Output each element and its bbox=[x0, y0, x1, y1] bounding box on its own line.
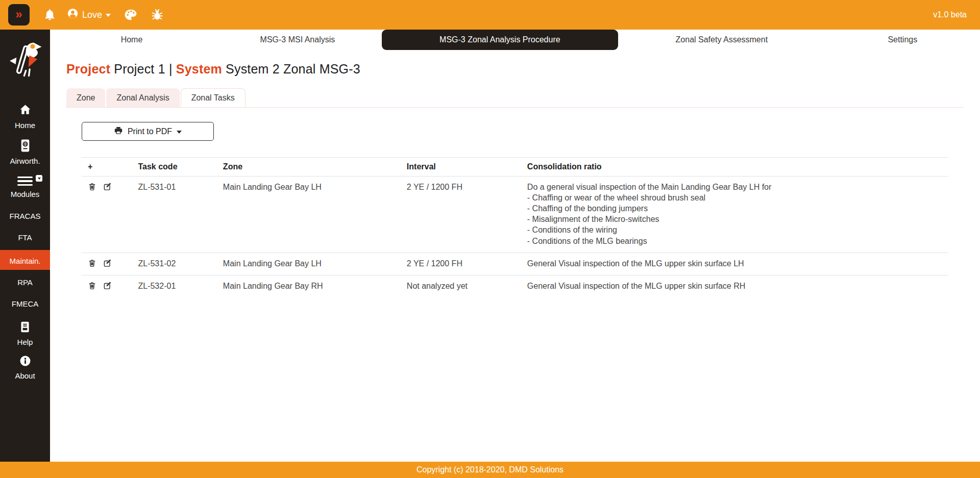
sidebar-item-label: Airworth. bbox=[10, 157, 40, 165]
cell-task-code: ZL-532-01 bbox=[132, 275, 216, 297]
sidebar-item-label: RPA bbox=[17, 278, 33, 287]
system-name: System 2 Zonal MSG-3 bbox=[226, 62, 360, 76]
subtabs: Zone Zonal Analysis Zonal Tasks bbox=[66, 88, 964, 108]
cell-task-code: ZL-531-01 bbox=[132, 177, 216, 253]
topbar: » Love v1.0 beta bbox=[0, 0, 980, 30]
modules-hamburger-icon bbox=[17, 174, 33, 188]
cell-consolidation-ratio: General Visual inspection of the MLG upp… bbox=[521, 253, 948, 275]
nav-tab-home[interactable]: Home bbox=[50, 30, 213, 50]
title-divider: | bbox=[169, 62, 173, 76]
airworthiness-passport-icon bbox=[19, 139, 32, 155]
sidebar-item-home[interactable]: Home bbox=[0, 103, 50, 130]
table-header-row: + Task code Zone Interval Consolidation … bbox=[82, 158, 948, 177]
sidebar-item-label: About bbox=[15, 371, 35, 380]
user-circle-icon bbox=[67, 8, 79, 22]
column-header-interval: Interval bbox=[401, 158, 521, 177]
notifications-bell-icon[interactable] bbox=[43, 8, 57, 22]
nav-tab-settings[interactable]: Settings bbox=[825, 30, 980, 50]
cell-zone: Main Landing Gear Bay LH bbox=[217, 253, 401, 275]
user-name: Love bbox=[82, 10, 102, 20]
print-button-label: Print to PDF bbox=[128, 127, 172, 136]
nav-tab-msg3-msi-analysis[interactable]: MSG-3 MSI Analysis bbox=[213, 30, 382, 50]
sidebar-item-label: Maintain. bbox=[10, 257, 41, 265]
cell-consolidation-ratio: General Visual inspection of the MLG upp… bbox=[521, 275, 948, 297]
sidebar-item-about[interactable]: About bbox=[0, 355, 50, 380]
zonal-tasks-table: + Task code Zone Interval Consolidation … bbox=[82, 157, 948, 297]
edit-task-icon[interactable] bbox=[103, 259, 112, 268]
main-nav: Home MSG-3 MSI Analysis MSG-3 Zonal Anal… bbox=[50, 30, 980, 50]
cell-interval: Not analyzed yet bbox=[401, 275, 521, 297]
help-book-icon bbox=[18, 320, 32, 336]
table-row: ZL-532-01 Main Landing Gear Bay RH Not a… bbox=[82, 275, 948, 297]
sidebar-item-label: FMECA bbox=[12, 299, 39, 308]
sidebar-item-modules[interactable]: Modules bbox=[0, 174, 50, 198]
caret-down-icon bbox=[106, 14, 111, 17]
delete-task-icon[interactable] bbox=[88, 182, 96, 191]
system-label: System bbox=[176, 62, 222, 76]
home-icon bbox=[18, 103, 32, 119]
version-label: v1.0 beta bbox=[933, 10, 967, 19]
zonal-tasks-panel: Print to PDF + Task code Zone Interval C… bbox=[66, 108, 964, 297]
sidebar: Home Airworth. Modules FRACAS FTA Mainta… bbox=[0, 30, 50, 462]
print-to-pdf-button[interactable]: Print to PDF bbox=[82, 122, 214, 141]
delete-task-icon[interactable] bbox=[88, 259, 96, 268]
app-logo-bird[interactable] bbox=[5, 35, 45, 79]
user-menu[interactable]: Love bbox=[67, 8, 111, 22]
sidebar-item-airworthiness[interactable]: Airworth. bbox=[0, 139, 50, 165]
caret-down-icon bbox=[177, 131, 182, 134]
page-title: Project Project 1 | System System 2 Zona… bbox=[66, 62, 964, 77]
sidebar-item-label: Home bbox=[15, 121, 35, 130]
double-chevron-icon: » bbox=[15, 8, 22, 20]
nav-tab-zonal-safety-assessment[interactable]: Zonal Safety Assessment bbox=[618, 30, 825, 50]
theme-palette-icon[interactable] bbox=[124, 8, 137, 21]
sidebar-item-label: Help bbox=[17, 338, 33, 346]
printer-icon bbox=[114, 126, 123, 137]
cell-interval: 2 YE / 1200 FH bbox=[401, 177, 521, 253]
copyright-text: Copyright (c) 2018-2020, DMD Solutions bbox=[416, 465, 564, 474]
add-task-button[interactable]: + bbox=[82, 158, 132, 177]
sidebar-item-maintain-active[interactable]: Maintain. bbox=[0, 250, 50, 270]
tab-zonal-tasks[interactable]: Zonal Tasks bbox=[181, 88, 246, 107]
nav-tab-msg3-zonal-analysis-procedure[interactable]: MSG-3 Zonal Analysis Procedure bbox=[382, 30, 618, 50]
project-name: Project 1 bbox=[114, 62, 165, 76]
edit-task-icon[interactable] bbox=[103, 281, 112, 290]
column-header-zone: Zone bbox=[217, 158, 401, 177]
tab-zonal-analysis[interactable]: Zonal Analysis bbox=[106, 88, 179, 107]
table-row: ZL-531-02 Main Landing Gear Bay LH 2 YE … bbox=[82, 253, 948, 275]
column-header-consolidation-ratio: Consolidation ratio bbox=[521, 158, 948, 177]
cell-consolidation-ratio: Do a general visual inspection of the Ma… bbox=[521, 177, 948, 253]
edit-task-icon[interactable] bbox=[103, 182, 112, 191]
caret-box-icon bbox=[36, 175, 42, 182]
info-circle-icon bbox=[19, 355, 32, 369]
cell-task-code: ZL-531-02 bbox=[132, 253, 216, 275]
project-label: Project bbox=[66, 62, 110, 76]
sidebar-collapse-button[interactable]: » bbox=[8, 4, 30, 26]
sidebar-item-rpa[interactable]: RPA bbox=[0, 276, 50, 287]
tab-zone[interactable]: Zone bbox=[66, 88, 105, 107]
sidebar-item-fracas[interactable]: FRACAS bbox=[0, 210, 50, 220]
column-header-task-code: Task code bbox=[132, 158, 216, 177]
sidebar-item-help[interactable]: Help bbox=[0, 320, 50, 346]
cell-zone: Main Landing Gear Bay LH bbox=[217, 177, 401, 253]
sidebar-item-label: Modules bbox=[11, 190, 40, 198]
table-row: ZL-531-01 Main Landing Gear Bay LH 2 YE … bbox=[82, 177, 948, 253]
delete-task-icon[interactable] bbox=[88, 281, 96, 290]
sidebar-item-fmeca[interactable]: FMECA bbox=[0, 297, 50, 308]
sidebar-item-label: FTA bbox=[18, 233, 32, 242]
footer: Copyright (c) 2018-2020, DMD Solutions bbox=[0, 462, 980, 478]
cell-interval: 2 YE / 1200 FH bbox=[401, 253, 521, 275]
bug-report-icon[interactable] bbox=[151, 8, 164, 21]
sidebar-item-fta[interactable]: FTA bbox=[0, 231, 50, 242]
cell-zone: Main Landing Gear Bay RH bbox=[217, 275, 401, 297]
sidebar-item-label: FRACAS bbox=[10, 212, 41, 220]
